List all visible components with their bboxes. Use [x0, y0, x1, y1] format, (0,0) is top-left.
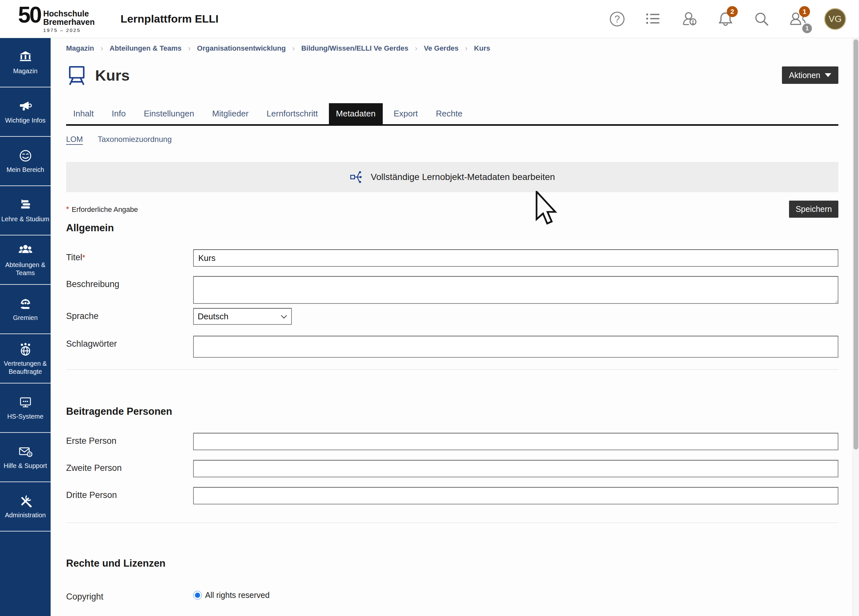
- breadcrumb-separator: ›: [415, 44, 417, 53]
- dritte-person-label: Dritte Person: [66, 487, 193, 500]
- help-icon: ?: [609, 11, 626, 27]
- breadcrumb: Magazin › Abteilungen & Teams › Organisa…: [66, 44, 839, 53]
- logo-years: 1975 – 2025: [43, 27, 95, 33]
- books-icon: [18, 198, 33, 213]
- subtab-lom[interactable]: LOM: [66, 135, 83, 144]
- sidebar-item-label: Wichtige Infos: [5, 116, 46, 124]
- logo-name-line2: Bremerhaven: [43, 18, 95, 26]
- notifications-badge: 2: [727, 6, 738, 17]
- sidebar-item-vertretungen-beauftragte[interactable]: Vertretungen & Beauftragte: [0, 334, 51, 383]
- contacts-badge-top: 1: [799, 6, 810, 17]
- sidebar-item-label: Abteilungen & Teams: [1, 261, 49, 277]
- sidebar-item-abteilungen-teams[interactable]: Abteilungen & Teams: [0, 235, 51, 285]
- tab-einstellungen[interactable]: Einstellungen: [137, 103, 201, 124]
- breadcrumb-item[interactable]: Kurs: [474, 44, 490, 53]
- monitor-icon: [18, 395, 33, 410]
- sidebar-item-wichtige-infos[interactable]: Wichtige Infos: [0, 88, 51, 137]
- breadcrumb-separator: ›: [292, 44, 295, 53]
- sprache-select[interactable]: Deutsch: [193, 308, 292, 325]
- form-row-titel: Titel*: [66, 249, 839, 267]
- form-row-zweite-person: Zweite Person: [66, 460, 839, 477]
- sidebar-item-label: Administration: [5, 511, 46, 519]
- page-header: Kurs Aktionen: [66, 64, 839, 86]
- vertical-scrollbar[interactable]: [853, 38, 859, 616]
- all-rights-reserved-radio[interactable]: [193, 591, 202, 600]
- schlagwoerter-label: Schlagwörter: [66, 336, 193, 349]
- sidebar-item-lehre-studium[interactable]: Lehre & Studium: [0, 186, 51, 235]
- sidebar-item-label: HS-Systeme: [7, 413, 43, 420]
- profile-alert-button[interactable]: [680, 9, 699, 29]
- sidebar-item-label: Hilfe & Support: [3, 462, 47, 470]
- tab-inhalt[interactable]: Inhalt: [66, 103, 101, 124]
- breadcrumb-item[interactable]: Organisationsentwicklung: [197, 44, 286, 53]
- main-content: Magazin › Abteilungen & Teams › Organisa…: [51, 38, 853, 616]
- notifications-button[interactable]: 2: [716, 9, 735, 29]
- zweite-person-input[interactable]: [193, 460, 839, 477]
- list-menu-button[interactable]: [643, 9, 663, 29]
- tab-rechte[interactable]: Rechte: [429, 103, 470, 124]
- app-title: Lernplattform ELLI: [120, 13, 219, 25]
- beschreibung-label: Beschreibung: [66, 276, 193, 289]
- tab-lernfortschritt[interactable]: Lernfortschritt: [259, 103, 325, 124]
- schlagwoerter-input[interactable]: [193, 336, 839, 358]
- section-divider: [66, 369, 839, 370]
- svg-text:?: ?: [28, 452, 31, 457]
- sidebar-item-mein-bereich[interactable]: Mein Bereich: [0, 137, 51, 186]
- breadcrumb-separator: ›: [465, 44, 467, 53]
- chevron-down-icon: [825, 73, 831, 77]
- dritte-person-input[interactable]: [193, 487, 839, 504]
- tab-export[interactable]: Export: [387, 103, 425, 124]
- scrollbar-thumb[interactable]: [854, 39, 858, 450]
- help-button[interactable]: ?: [608, 9, 627, 29]
- section-divider: [66, 522, 839, 523]
- form-row-dritte-person: Dritte Person: [66, 487, 839, 504]
- logo-name-line1: Hochschule: [43, 9, 95, 18]
- edit-full-metadata-banner[interactable]: Vollständige Lernobjekt-Metadaten bearbe…: [66, 162, 839, 192]
- erste-person-input[interactable]: [193, 433, 839, 450]
- titel-input[interactable]: [193, 249, 839, 267]
- assembly-icon: [18, 296, 33, 311]
- sidebar-item-gremien[interactable]: Gremien: [0, 285, 51, 334]
- breadcrumb-item[interactable]: Bildung/Wissen/ELLI Ve Gerdes: [301, 44, 408, 53]
- mail-question-icon: ?: [18, 444, 33, 459]
- contacts-button[interactable]: 1 1: [788, 9, 807, 29]
- search-button[interactable]: [752, 9, 771, 29]
- form-row-erste-person: Erste Person: [66, 433, 839, 450]
- megaphone-icon: [18, 99, 33, 114]
- page-title: Kurs: [95, 66, 130, 84]
- user-avatar[interactable]: VG: [824, 8, 846, 30]
- sidebar-item-hilfe-support[interactable]: ? Hilfe & Support: [0, 433, 51, 482]
- breadcrumb-item[interactable]: Abteilungen & Teams: [109, 44, 181, 53]
- section-heading-rechte-lizenzen: Rechte und Lizenzen: [66, 558, 839, 569]
- header-icons: ?: [608, 8, 859, 30]
- required-asterisk: *: [66, 205, 69, 214]
- sidebar-item-hs-systeme[interactable]: HS-Systeme: [0, 383, 51, 433]
- list-icon: [645, 11, 662, 27]
- breadcrumb-item[interactable]: Magazin: [66, 44, 94, 53]
- sidebar-item-label: Mein Bereich: [6, 166, 44, 174]
- sidebar-item-administration[interactable]: Administration: [0, 482, 51, 532]
- section-heading-allgemein: Allgemein: [66, 222, 839, 234]
- tab-bar: Inhalt Info Einstellungen Mitglieder Ler…: [66, 103, 839, 126]
- beschreibung-textarea[interactable]: [193, 276, 839, 304]
- subtab-taxonomiezuordnung[interactable]: Taxonomiezuordnung: [98, 135, 172, 144]
- form-row-schlagwoerter: Schlagwörter: [66, 336, 839, 358]
- subtab-bar: LOM Taxonomiezuordnung: [66, 135, 839, 144]
- sidebar-item-magazin[interactable]: Magazin: [0, 38, 51, 88]
- smiley-icon: [18, 149, 33, 163]
- save-button[interactable]: Speichern: [789, 201, 839, 218]
- tab-info[interactable]: Info: [105, 103, 133, 124]
- titel-label: Titel*: [66, 249, 193, 263]
- contacts-badge-bottom: 1: [802, 23, 812, 33]
- zweite-person-label: Zweite Person: [66, 460, 193, 473]
- all-rights-reserved-label: All rights reserved: [205, 591, 270, 600]
- breadcrumb-item[interactable]: Ve Gerdes: [424, 44, 459, 53]
- metadata-tree-icon: [350, 170, 364, 184]
- actions-button[interactable]: Aktionen: [782, 66, 839, 84]
- logo-anniversary: 50: [18, 5, 41, 25]
- section-heading-beitragende-personen: Beitragende Personen: [66, 406, 839, 417]
- tab-metadaten[interactable]: Metadaten: [329, 103, 383, 124]
- tab-mitglieder[interactable]: Mitglieder: [205, 103, 256, 124]
- sidebar-item-label: Vertretungen & Beauftragte: [1, 360, 49, 375]
- form-toolbar: *Erforderliche Angabe Speichern: [66, 201, 839, 218]
